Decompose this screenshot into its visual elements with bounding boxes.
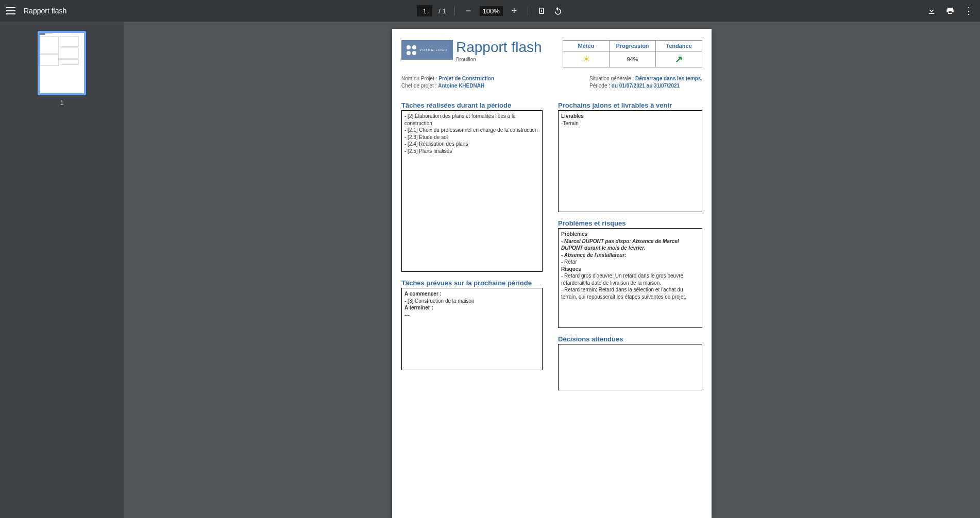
section-problemes: Problèmes et risques Problèmes - Marcel … bbox=[558, 219, 702, 328]
periode-label: Période : bbox=[589, 83, 612, 89]
document-viewport[interactable]: VOTRE LOGO Rapport flash Brouillon Météo… bbox=[124, 22, 980, 518]
thumbnail-number: 1 bbox=[38, 99, 86, 107]
menu-icon[interactable] bbox=[6, 7, 15, 14]
section-title: Problèmes et risques bbox=[558, 219, 702, 227]
separator bbox=[528, 6, 528, 15]
section-box: Livrables -Terrain bbox=[558, 110, 702, 212]
section-jalons: Prochains jalons et livrables à venir Li… bbox=[558, 101, 702, 212]
section-box: A commencer : - [3] Construction de la m… bbox=[401, 288, 543, 370]
situation-label: Situation générale : bbox=[589, 76, 635, 81]
section-title: Tâches réalisées durant la période bbox=[401, 101, 543, 109]
section-title: Tâches prévues sur la prochaine période bbox=[401, 279, 543, 287]
section-taches-prevues: Tâches prévues sur la prochaine période … bbox=[401, 279, 543, 370]
zoom-in-button[interactable]: + bbox=[509, 6, 519, 16]
pdf-toolbar: Rapport flash / 1 − 100% + ⋮ bbox=[0, 0, 980, 22]
chef-label: Chef de projet : bbox=[401, 83, 438, 89]
progression-value: 94% bbox=[610, 51, 656, 67]
section-title: Prochains jalons et livrables à venir bbox=[558, 101, 702, 109]
rotate-icon[interactable] bbox=[553, 6, 563, 15]
page-number-input[interactable] bbox=[417, 5, 432, 16]
project-label: Nom du Projet : bbox=[401, 76, 438, 81]
section-box: Problèmes - Marcel DUPONT pas dispo: Abs… bbox=[558, 228, 702, 328]
page-total: / 1 bbox=[438, 7, 446, 15]
chef-value: Antoine KHEDNAH bbox=[438, 83, 484, 89]
progression-header: Progression bbox=[610, 41, 656, 51]
meteo-header: Météo bbox=[563, 41, 610, 51]
section-taches-realisees: Tâches réalisées durant la période - [2]… bbox=[401, 101, 543, 272]
fit-page-icon[interactable] bbox=[536, 6, 547, 15]
report-subtitle: Brouillon bbox=[456, 57, 542, 62]
zoom-out-button[interactable]: − bbox=[463, 6, 474, 16]
section-title: Décisions attendues bbox=[558, 335, 702, 343]
report-title: Rapport flash bbox=[456, 40, 542, 55]
tendance-value: ↗ bbox=[656, 51, 702, 67]
meteo-value: ☀ bbox=[563, 51, 610, 67]
status-table: Météo Progression Tendance ☀ 94% ↗ bbox=[563, 40, 702, 67]
periode-value: du 01/07/2021 au 31/07/2021 bbox=[612, 83, 680, 89]
section-box: - [2] Élaboration des plans et formalité… bbox=[401, 110, 543, 272]
zoom-level[interactable]: 100% bbox=[480, 6, 503, 16]
logo-placeholder: VOTRE LOGO bbox=[401, 40, 453, 60]
thumbnail-sidebar: Rapport flash 1 bbox=[0, 22, 124, 518]
print-icon[interactable] bbox=[945, 6, 955, 15]
logo-text: VOTRE LOGO bbox=[419, 48, 448, 51]
more-icon[interactable]: ⋮ bbox=[964, 5, 974, 16]
document-title: Rapport flash bbox=[24, 7, 66, 15]
sun-icon: ☀ bbox=[582, 54, 590, 64]
separator bbox=[454, 6, 455, 15]
page-thumbnail-1[interactable]: Rapport flash bbox=[38, 31, 86, 95]
tendance-header: Tendance bbox=[656, 41, 702, 51]
download-icon[interactable] bbox=[926, 6, 937, 15]
document-page-1: VOTRE LOGO Rapport flash Brouillon Météo… bbox=[392, 29, 712, 518]
section-box bbox=[558, 344, 702, 390]
section-decisions: Décisions attendues bbox=[558, 335, 702, 390]
project-value: Projet de Construction bbox=[438, 76, 494, 81]
trend-up-icon: ↗ bbox=[675, 54, 683, 64]
situation-value: Démarrage dans les temps. bbox=[635, 76, 702, 81]
